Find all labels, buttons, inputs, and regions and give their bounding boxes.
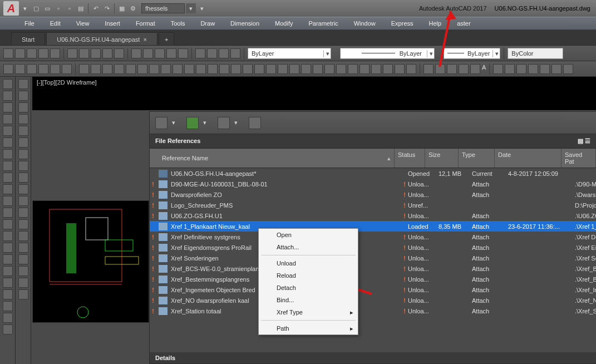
chevron-down-icon[interactable]: ▾ (172, 119, 175, 126)
viewport-label[interactable]: [-][Top][2D Wireframe] (37, 79, 97, 86)
tb2-icon[interactable] (196, 64, 206, 74)
xref-row[interactable]: !D90-MGE-AU-1600031_DBL-08-01!Unloa...At… (150, 179, 596, 189)
username-field[interactable]: fhessels (141, 3, 185, 13)
col-type[interactable]: Type (459, 149, 495, 168)
tb1-icon[interactable] (3, 48, 13, 58)
draw-tool-icon[interactable] (3, 231, 13, 241)
attach-dwg-icon[interactable] (155, 117, 168, 129)
xref-row[interactable]: U06.NO-GS.FH.U4-aangepast*Opened12,1 MBC… (150, 168, 596, 179)
tb2-icon[interactable] (102, 64, 112, 74)
col-status[interactable]: Status (395, 149, 425, 168)
chevron-down-icon[interactable]: ▾ (234, 119, 238, 126)
ctx-xreftype[interactable]: Xref Type▸ (259, 306, 358, 318)
draw-tool-icon[interactable] (3, 114, 13, 124)
tb2-icon[interactable] (505, 64, 515, 74)
tb2-icon[interactable] (459, 64, 469, 74)
saveas-icon[interactable]: ▫ (65, 3, 75, 13)
chevron-down-icon[interactable]: ▾ (323, 50, 329, 57)
draw-tool-icon[interactable] (3, 184, 13, 194)
menu-format[interactable]: Format (136, 20, 155, 27)
draw-tool-icon[interactable] (3, 243, 13, 253)
tb2-icon[interactable] (313, 64, 323, 74)
draw-tool-icon[interactable] (3, 137, 13, 147)
modify-tool-icon[interactable] (18, 114, 28, 124)
menu-edit[interactable]: Edit (50, 20, 61, 27)
tb2-icon[interactable] (149, 64, 159, 74)
xref-row[interactable]: !Xref Eigendomsgrens ProRail!Unloa...Att… (150, 242, 596, 253)
modify-tool-icon[interactable] (18, 243, 28, 253)
draw-tool-icon[interactable] (3, 278, 13, 288)
tb2-icon[interactable] (126, 64, 136, 74)
draw-tool-icon[interactable] (3, 173, 13, 183)
tb2-icon[interactable] (551, 64, 561, 74)
modify-tool-icon[interactable] (18, 149, 28, 159)
tb2-icon[interactable] (336, 64, 346, 74)
tb1-icon[interactable] (91, 48, 101, 58)
modify-tool-icon[interactable] (18, 126, 28, 136)
xref-row[interactable]: !U06.ZO-GS.FH.U1!Unloa...Attach.\U06.ZO (150, 210, 596, 221)
tb1-icon[interactable] (102, 48, 112, 58)
modify-tool-icon[interactable] (18, 266, 28, 276)
modify-tool-icon[interactable] (18, 196, 28, 206)
xref-details-header[interactable]: Details (150, 352, 596, 363)
ctx-attach[interactable]: Attach... (259, 241, 358, 253)
undo-icon[interactable]: ↶ (91, 3, 101, 13)
sync-icon[interactable]: ▦ (117, 3, 127, 13)
tb2-icon[interactable] (563, 64, 573, 74)
tb1-icon[interactable] (27, 48, 37, 58)
gear-icon[interactable]: ⚙ (128, 3, 138, 13)
modify-tool-icon[interactable] (18, 278, 28, 288)
tab-close-icon[interactable]: × (144, 36, 147, 43)
tb1-icon[interactable] (178, 48, 188, 58)
menu-window[interactable]: Window (354, 20, 376, 27)
draw-tool-icon[interactable] (3, 102, 13, 112)
menu-view[interactable]: View (76, 20, 90, 27)
modify-tool-icon[interactable] (18, 289, 28, 299)
modify-tool-icon[interactable] (18, 254, 28, 264)
modify-tool-icon[interactable] (18, 91, 28, 101)
redo-icon[interactable]: ↷ (102, 3, 112, 13)
tb2-icon[interactable] (348, 64, 358, 74)
draw-tool-icon[interactable] (3, 149, 13, 159)
refresh-icon[interactable] (186, 117, 199, 129)
tb2-icon[interactable] (406, 64, 416, 74)
ctx-open[interactable]: Open (259, 229, 358, 241)
modify-tool-icon[interactable] (18, 79, 28, 89)
tree-view-icon[interactable]: ☰ (585, 137, 590, 144)
tb1-icon[interactable] (143, 48, 153, 58)
tb2-icon[interactable] (528, 64, 538, 74)
ctx-bind[interactable]: Bind... (259, 294, 358, 306)
xref-row[interactable]: !Dwarsprofielen ZO!Unloa...Attach.\Dwars… (150, 189, 596, 200)
menu-tools[interactable]: Tools (171, 20, 185, 27)
draw-tool-icon[interactable] (3, 219, 13, 229)
xref-row[interactable]: !Xref_NO dwarsprofielen kaal!Unloa...Att… (150, 295, 596, 306)
modify-tool-icon[interactable] (18, 184, 28, 194)
col-date[interactable]: Date (495, 149, 561, 168)
menu-dimension[interactable]: Dimension (230, 20, 259, 27)
sort-icon[interactable]: ▴ (387, 155, 391, 162)
draw-tool-icon[interactable] (3, 161, 13, 171)
col-reference-name[interactable]: Reference Name▴ (150, 149, 395, 168)
modify-tool-icon[interactable] (18, 231, 28, 241)
draw-tool-icon[interactable] (3, 126, 13, 136)
tb1-icon[interactable] (15, 48, 25, 58)
tb2-icon[interactable] (266, 64, 276, 74)
tb2-text-icon[interactable]: A (482, 64, 486, 74)
plot-icon[interactable]: ▤ (76, 3, 86, 13)
xref-row[interactable]: !Xref_Bestemmingsplangrens!Unloa...Attac… (150, 274, 596, 284)
tb1-icon[interactable] (155, 48, 165, 58)
save-icon[interactable]: ▫ (53, 3, 63, 13)
tb2-icon[interactable] (184, 64, 194, 74)
tb1-icon[interactable] (79, 48, 89, 58)
modify-tool-icon[interactable] (18, 137, 28, 147)
tb1-icon[interactable] (207, 48, 217, 58)
menu-modify[interactable]: Modify (275, 20, 293, 27)
tb2-icon[interactable] (208, 64, 218, 74)
tb2-icon[interactable] (243, 64, 253, 74)
tb1-icon[interactable] (166, 48, 176, 58)
viewport[interactable]: [-][Top][2D Wireframe] (32, 77, 596, 110)
tb2-icon[interactable] (219, 64, 229, 74)
chevron-down-icon[interactable]: ▾ (427, 50, 433, 57)
new-icon[interactable]: ▢ (31, 3, 41, 13)
chevron-down-icon[interactable]: ▾ (203, 119, 206, 126)
